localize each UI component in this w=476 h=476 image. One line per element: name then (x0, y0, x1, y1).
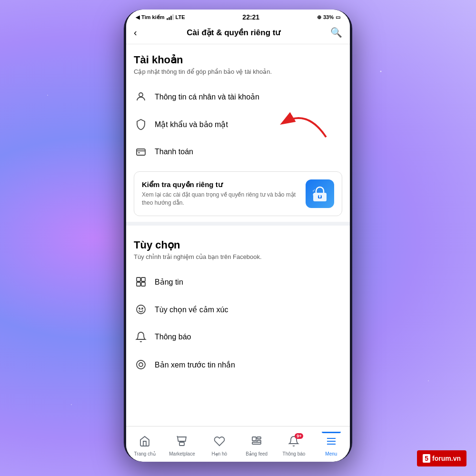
battery-percent: 33% (323, 14, 334, 20)
message-preview-label: Bản xem trước tin nhắn (155, 360, 235, 369)
notifications-label: Thông báo (155, 333, 191, 341)
back-arrow: ◀ (136, 14, 139, 20)
svg-rect-10 (137, 282, 140, 286)
newsfeed-icon (134, 275, 148, 289)
nav-dating-label: Hẹn hò (211, 451, 227, 456)
reactions-item[interactable]: Tùy chọn về cảm xúc (126, 296, 350, 323)
nav-home-label: Trang chủ (134, 451, 156, 456)
nav-menu[interactable]: Menu (313, 432, 350, 456)
account-section-desc: Cập nhật thông tin để góp phần bảo vệ tà… (134, 68, 342, 75)
location-icon: ⊕ (317, 14, 321, 20)
message-preview-item[interactable]: Bản xem trước tin nhắn (126, 351, 350, 378)
svg-text:✓: ✓ (312, 192, 316, 197)
svg-rect-11 (141, 282, 145, 286)
nav-dating[interactable]: Hẹn hò (201, 432, 238, 456)
reactions-label: Tùy chọn về cảm xúc (155, 305, 228, 314)
personal-info-item[interactable]: Thông tin cá nhân và tài khoản (126, 83, 350, 110)
active-tab-indicator (322, 432, 341, 433)
privacy-card-content: Kiểm tra quyền riêng tư Xem lại các cài … (142, 180, 300, 207)
signal-bars (167, 14, 174, 20)
content-area: Tài khoản Cập nhật thông tin để góp phần… (126, 44, 350, 435)
shield-icon (134, 117, 148, 131)
phone-frame: ◀ Tìm kiếm LTE 22:21 ⊕ 33% ▭ ‹ Cài đặt &… (124, 10, 352, 462)
privacy-card-desc: Xem lại các cài đặt quan trọng về quyền … (142, 191, 300, 207)
personal-info-label: Thông tin cá nhân và tài khoản (155, 92, 259, 101)
svg-point-16 (139, 363, 143, 367)
options-section-desc: Tùy chỉnh trải nghiệm của bạn trên Faceb… (134, 253, 342, 260)
nav-feed-label: Bảng feed (246, 451, 268, 456)
nav-feed[interactable]: Bảng feed (238, 432, 275, 456)
nav-marketplace-label: Marketplace (169, 451, 195, 456)
page-title: Cài đặt & quyền riêng tư (187, 28, 280, 38)
network-type: LTE (176, 14, 185, 20)
nav-notifications[interactable]: 9+ Thông báo (275, 432, 312, 456)
home-icon (139, 436, 150, 450)
section-divider (126, 222, 350, 226)
payment-item[interactable]: Thanh toán (126, 138, 350, 166)
password-security-item[interactable]: Mật khẩu và bảo mật (126, 110, 350, 138)
news-feed-item[interactable]: Bảng tin (126, 268, 350, 296)
account-section-title: Tài khoản (134, 54, 342, 66)
privacy-check-card[interactable]: Kiểm tra quyền riêng tư Xem lại các cài … (134, 171, 342, 216)
status-bar: ◀ Tìm kiếm LTE 22:21 ⊕ 33% ▭ (126, 10, 350, 23)
payment-icon (134, 145, 148, 159)
privacy-lock-icon: ✓ ✓ (306, 179, 334, 208)
marketplace-icon (176, 436, 188, 450)
options-section-title: Tùy chọn (134, 239, 342, 251)
payment-label: Thanh toán (155, 148, 193, 156)
battery-icon: ▭ (336, 14, 340, 20)
svg-rect-5 (319, 197, 320, 198)
svg-point-13 (139, 308, 140, 309)
svg-rect-20 (257, 437, 261, 439)
svg-point-0 (139, 93, 143, 97)
signal-bar-3 (170, 16, 172, 20)
sforum-text: forum.vn (432, 455, 461, 462)
privacy-card-title: Kiểm tra quyền riêng tư (142, 180, 300, 189)
search-button[interactable]: 🔍 (330, 27, 342, 38)
feed-icon (251, 436, 262, 450)
bottom-nav: Trang chủ Marketplace (126, 426, 350, 462)
svg-point-15 (137, 360, 145, 369)
nav-menu-label: Menu (325, 451, 337, 456)
svg-rect-8 (137, 278, 140, 281)
notification-badge: 9+ (295, 433, 303, 439)
nav-marketplace[interactable]: Marketplace (163, 432, 200, 456)
signal-bar-2 (169, 17, 170, 20)
reactions-icon (134, 302, 148, 317)
carrier-text: Tìm kiếm (141, 14, 165, 20)
app-header: ‹ Cài đặt & quyền riêng tư 🔍 (126, 23, 350, 44)
signal-bar-1 (167, 18, 168, 20)
nav-notifications-label: Thông báo (283, 451, 306, 456)
svg-rect-19 (252, 437, 256, 441)
svg-rect-22 (252, 442, 261, 444)
signal-bar-4 (172, 14, 174, 20)
password-security-label: Mật khẩu và bảo mật (155, 120, 228, 129)
status-time: 22:21 (242, 13, 259, 21)
back-button[interactable]: ‹ (134, 27, 137, 38)
message-icon (134, 357, 148, 372)
sforum-badge: 5 forum.vn (417, 450, 466, 466)
status-right: ⊕ 33% ▭ (317, 14, 340, 20)
svg-rect-1 (137, 149, 145, 155)
svg-rect-18 (179, 442, 184, 446)
bell-icon (134, 330, 148, 344)
account-section: Tài khoản Cập nhật thông tin để góp phần… (126, 44, 350, 75)
notifications-item[interactable]: Thông báo (126, 323, 350, 351)
status-left: ◀ Tìm kiếm LTE (136, 14, 185, 20)
menu-icon (326, 436, 337, 450)
phone-screen: ◀ Tìm kiếm LTE 22:21 ⊕ 33% ▭ ‹ Cài đặt &… (126, 10, 350, 462)
options-section: Tùy chọn Tùy chỉnh trải nghiệm của bạn t… (126, 229, 350, 260)
heart-icon (214, 436, 225, 450)
svg-point-14 (142, 308, 143, 309)
news-feed-label: Bảng tin (155, 278, 183, 287)
bell-nav-icon: 9+ (288, 436, 299, 450)
sforum-icon: 5 (423, 454, 430, 463)
person-icon (134, 89, 148, 104)
svg-rect-9 (141, 278, 145, 281)
nav-home[interactable]: Trang chủ (126, 432, 163, 456)
